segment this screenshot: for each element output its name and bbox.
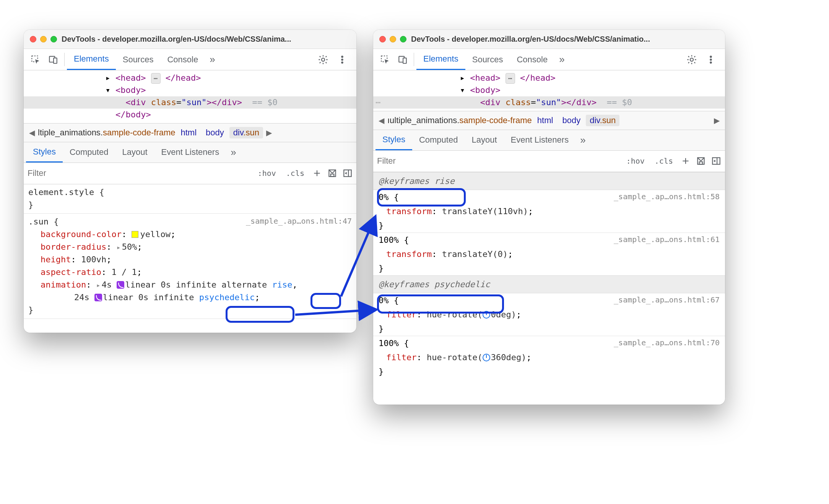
kf-rise-0-transform[interactable]: transform: translateY(110vh);	[373, 204, 725, 218]
device-toggle-icon[interactable]	[44, 49, 62, 70]
kf-rise-100-open[interactable]: 100% {_sample_.ap…ons.html:61	[373, 233, 725, 247]
prop-aspect-ratio[interactable]: aspect-ratio: 1 / 1;	[28, 266, 352, 278]
more-subtabs-icon[interactable]: »	[226, 142, 241, 163]
source-link[interactable]: _sample_.ap…ons.html:67	[614, 294, 720, 307]
tab-sources[interactable]: Sources	[465, 49, 510, 70]
easing-swatch-icon[interactable]	[94, 294, 102, 301]
minimize-icon[interactable]	[390, 36, 396, 42]
dom-node-head[interactable]: ▸ <head> ⋯ </head>	[373, 72, 725, 84]
dom-node-head[interactable]: ▸ <head> ⋯ </head>	[24, 72, 356, 84]
subtab-styles[interactable]: Styles	[375, 130, 412, 150]
breadcrumb-body[interactable]: body	[558, 115, 584, 126]
subtab-styles[interactable]: Styles	[26, 142, 63, 163]
angle-swatch-icon[interactable]	[483, 354, 490, 361]
subtab-layout[interactable]: Layout	[465, 130, 504, 150]
more-tabs-icon[interactable]: »	[554, 49, 569, 70]
new-style-rule-icon[interactable]	[312, 168, 322, 178]
dom-node-div-sun[interactable]: ⋯ <div class="sun"></div> == $0	[373, 96, 725, 109]
color-swatch-icon[interactable]	[132, 231, 138, 238]
cls-toggle[interactable]: .cls	[284, 168, 307, 179]
kf-psy-100-open[interactable]: 100% {_sample_.ap…ons.html:70	[373, 336, 725, 350]
kf-rise-0-open[interactable]: 0% {_sample_.ap…ons.html:58	[373, 190, 725, 204]
subtab-event-listeners[interactable]: Event Listeners	[154, 142, 226, 163]
kf-rise-100-transform[interactable]: transform: translateY(0);	[373, 247, 725, 261]
kebab-menu-icon[interactable]	[333, 55, 351, 65]
keyframes-psychedelic-header[interactable]: @keyframes psychedelic	[373, 275, 725, 293]
breadcrumb-next-icon[interactable]: ▶	[712, 116, 721, 125]
prop-animation[interactable]: animation: ▸4s linear 0s infinite altern…	[28, 278, 352, 291]
dom-node-body-open[interactable]: ▾ <body>	[373, 84, 725, 96]
prop-border-radius[interactable]: border-radius: ▸50%;	[28, 241, 352, 253]
maximize-icon[interactable]	[400, 36, 406, 42]
ellipsis-icon[interactable]: ⋯	[506, 73, 515, 84]
breadcrumb-next-icon[interactable]: ▶	[265, 128, 273, 137]
inspect-element-icon[interactable]	[27, 49, 44, 70]
hov-toggle[interactable]: :hov	[624, 156, 647, 166]
tab-console[interactable]: Console	[510, 49, 554, 70]
prop-height[interactable]: height: 100vh;	[28, 253, 352, 266]
expand-icon[interactable]: ▸	[117, 242, 122, 252]
breadcrumb-body[interactable]: body	[202, 127, 228, 138]
angle-swatch-icon[interactable]	[483, 311, 490, 319]
more-subtabs-icon[interactable]: »	[575, 130, 590, 150]
more-tabs-icon[interactable]: »	[205, 49, 219, 70]
close-icon[interactable]	[30, 36, 36, 42]
computed-layout-icon[interactable]	[696, 156, 706, 166]
subtab-layout[interactable]: Layout	[115, 142, 154, 163]
breadcrumb-div-sun[interactable]: div.sun	[586, 115, 619, 126]
kf-psy-100-filter[interactable]: filter: hue-rotate(360deg);	[373, 350, 725, 364]
keyframes-rise-header[interactable]: @keyframes rise	[373, 172, 725, 190]
tab-elements[interactable]: Elements	[67, 49, 116, 70]
breadcrumb-html[interactable]: html	[177, 127, 201, 138]
breadcrumb-prev-icon[interactable]: ◀	[377, 116, 386, 125]
styles-filter-input[interactable]	[28, 168, 255, 178]
breadcrumb-div-sun[interactable]: div.sun	[229, 127, 263, 138]
settings-icon[interactable]	[683, 54, 701, 65]
computed-layout-icon[interactable]	[327, 168, 337, 178]
easing-swatch-icon[interactable]	[117, 281, 124, 289]
rule-sun[interactable]: .sun { _sample_.ap…ons.html:47 backgroun…	[24, 214, 356, 319]
close-icon[interactable]	[379, 36, 386, 42]
subtab-computed[interactable]: Computed	[63, 142, 115, 163]
maximize-icon[interactable]	[50, 36, 57, 42]
dom-tree[interactable]: ▸ <head> ⋯ </head> ▾ <body> <div class="…	[24, 70, 356, 123]
kf-psy-0-filter[interactable]: filter: hue-rotate(0deg);	[373, 307, 725, 322]
row-actions-icon[interactable]: ⋯	[375, 96, 381, 109]
settings-icon[interactable]	[314, 54, 332, 65]
tab-console[interactable]: Console	[160, 49, 205, 70]
breadcrumb-prev-icon[interactable]: ◀	[28, 128, 36, 137]
dom-node-body-open[interactable]: ▾ <body>	[24, 84, 356, 96]
animation-name-link-psychedelic[interactable]: psychedelic	[199, 293, 255, 302]
dom-node-body-close[interactable]: </body>	[24, 109, 356, 121]
source-link[interactable]: _sample_.ap…ons.html:58	[614, 191, 720, 203]
dom-node-div-sun[interactable]: <div class="sun"></div> == $0	[24, 96, 356, 109]
styles-filter-input[interactable]	[377, 156, 624, 166]
rule-element-style[interactable]: element.style { }	[24, 184, 356, 214]
tab-elements[interactable]: Elements	[416, 49, 465, 70]
kf-psy-0-open[interactable]: 0% {_sample_.ap…ons.html:67	[373, 293, 725, 307]
device-toggle-icon[interactable]	[394, 49, 411, 70]
toggle-sidebar-icon[interactable]	[711, 156, 721, 166]
breadcrumb-html[interactable]: html	[533, 115, 557, 126]
tab-sources[interactable]: Sources	[116, 49, 161, 70]
minimize-icon[interactable]	[40, 36, 47, 42]
prop-background-color[interactable]: background-color: yellow;	[28, 228, 352, 241]
subtab-computed[interactable]: Computed	[412, 130, 465, 150]
source-link[interactable]: _sample_.ap…ons.html:61	[614, 234, 720, 246]
source-link[interactable]: _sample_.ap…ons.html:47	[246, 215, 352, 228]
cls-toggle[interactable]: .cls	[652, 156, 675, 166]
kebab-menu-icon[interactable]	[702, 55, 720, 65]
inspect-element-icon[interactable]	[376, 49, 394, 70]
dom-tree[interactable]: ▸ <head> ⋯ </head> ▾ <body> ⋯ <div class…	[373, 70, 725, 111]
ellipsis-icon[interactable]: ⋯	[151, 73, 161, 84]
animation-name-link-rise[interactable]: rise	[272, 280, 293, 289]
expand-icon[interactable]: ▸	[96, 280, 102, 290]
breadcrumb-frame[interactable]: ıultiple_animations.sample-code-frame	[387, 115, 532, 125]
subtab-event-listeners[interactable]: Event Listeners	[504, 130, 576, 150]
breadcrumb-frame[interactable]: ltiple_animations.sample-code-frame	[38, 128, 176, 138]
hov-toggle[interactable]: :hov	[255, 168, 278, 179]
toggle-sidebar-icon[interactable]	[343, 168, 353, 178]
source-link[interactable]: _sample_.ap…ons.html:70	[614, 337, 720, 350]
prop-animation-line2[interactable]: 24s linear 0s infinite psychedelic;	[28, 291, 352, 304]
new-style-rule-icon[interactable]	[681, 156, 691, 166]
